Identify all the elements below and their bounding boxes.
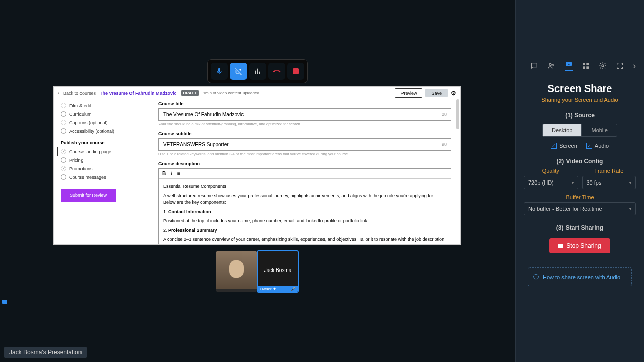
participant-tile-active[interactable]: Jack Bosma Owner ★ 🎤 — [258, 251, 298, 292]
sidebar-item[interactable]: Pricing — [61, 156, 142, 164]
record-button[interactable] — [287, 63, 304, 80]
sidebar-item[interactable]: ✓Promotions — [61, 164, 142, 173]
svg-rect-7 — [586, 63, 589, 65]
mic-button[interactable] — [211, 63, 228, 80]
source-segment: Desktop Mobile — [524, 124, 636, 137]
video-feed — [216, 251, 257, 289]
italic-button[interactable]: I — [171, 171, 172, 176]
people-icon[interactable] — [547, 62, 555, 70]
sidebar-heading: Publish your course — [61, 140, 142, 145]
fullscreen-icon[interactable] — [616, 62, 624, 70]
char-count: 28 — [442, 112, 447, 117]
participant-name: Jack Bosma — [258, 267, 298, 273]
howto-link[interactable]: ⓘ How to share screen with Audio — [528, 267, 632, 286]
stop-icon — [558, 244, 563, 248]
title-help: Your title should be a mix of attention-… — [158, 122, 451, 126]
scrollbar[interactable] — [456, 99, 459, 129]
subtitle-label: Course subtitle — [158, 131, 451, 136]
video-feed: Jack Bosma — [258, 251, 298, 286]
chat-icon[interactable] — [530, 62, 538, 70]
back-link[interactable]: Back to courses — [63, 90, 96, 96]
framerate-select[interactable]: 30 fps▾ — [582, 176, 636, 189]
quality-select[interactable]: 720p (HD)▾ — [524, 176, 578, 189]
share-checks: ✓Screen ✓Audio — [524, 143, 636, 149]
poll-button[interactable] — [249, 63, 266, 80]
side-panel: › Screen Share Sharing your Screen and A… — [515, 0, 644, 362]
framerate-label: Frame Rate — [582, 168, 636, 174]
list-ul-icon[interactable]: ≣ — [185, 171, 189, 176]
start-label: (3) Start Sharing — [524, 224, 636, 231]
char-count: 98 — [442, 142, 447, 147]
chevron-down-icon: ▾ — [572, 180, 574, 185]
share-icon[interactable] — [565, 60, 573, 71]
svg-rect-0 — [255, 71, 256, 74]
audio-checkbox[interactable]: ✓Audio — [586, 143, 609, 149]
video-off-button[interactable] — [230, 63, 247, 80]
title-input[interactable]: The Vresume Of Fahrudin Madzovic 28 — [158, 108, 451, 121]
course-title: The Vresume Of Fahrudin Madzovic — [100, 90, 177, 96]
title-label: Course title — [158, 101, 451, 106]
svg-rect-6 — [583, 63, 585, 65]
course-sidebar: Film & edit Curriculum Captions (optiona… — [54, 99, 149, 244]
course-form: Course title The Vresume Of Fahrudin Mad… — [149, 99, 460, 244]
chevron-down-icon: ▾ — [629, 207, 631, 211]
desc-label: Course description — [158, 161, 451, 166]
sidebar-item[interactable]: Film & edit — [61, 101, 142, 110]
panel-title: Screen Share — [524, 83, 636, 95]
owner-badge: Owner ★ 🎤 — [258, 286, 298, 292]
videocfg-label: (2) Video Config — [524, 158, 636, 165]
draft-badge: DRAFT — [181, 90, 199, 96]
mic-muted-icon: 🎤 — [291, 287, 296, 291]
buffer-select[interactable]: No buffer - Better for Realtime▾ — [524, 202, 636, 215]
svg-rect-2 — [259, 72, 260, 74]
submit-review-button[interactable]: Submit for Review — [61, 189, 116, 202]
sidebar-item[interactable]: Course messages — [61, 173, 142, 182]
hangup-button[interactable] — [268, 63, 285, 80]
sidebar-item[interactable]: Accessibility (optional) — [61, 127, 142, 135]
info-icon: ⓘ — [533, 273, 539, 281]
svg-rect-8 — [583, 66, 585, 69]
settings-icon[interactable] — [599, 62, 607, 70]
indicator-icon — [2, 300, 7, 304]
rte-content[interactable]: Essential Resume Components A well-struc… — [159, 179, 451, 244]
participant-tile[interactable]: ⚙ — [216, 251, 257, 292]
chevron-down-icon: ▾ — [629, 180, 631, 185]
sidebar-item[interactable]: Captions (optional) — [61, 118, 142, 127]
screen-checkbox[interactable]: ✓Screen — [551, 143, 577, 149]
presentation-label: Jack Bosma's Presentation — [4, 347, 87, 358]
bold-button[interactable]: B — [162, 171, 166, 176]
svg-rect-9 — [586, 66, 589, 69]
main-stage: ‹ Back to courses The Vresume Of Fahrudi… — [0, 0, 515, 362]
call-toolbar — [207, 59, 308, 83]
panel-subtitle: Sharing your Screen and Audio — [524, 97, 636, 103]
mobile-toggle[interactable]: Mobile — [582, 124, 617, 137]
save-button[interactable]: Save — [425, 89, 448, 97]
subtitle-input[interactable]: VETERANSWERS Supporter 98 — [158, 138, 451, 151]
upload-status: 1min of video content uploaded — [203, 90, 259, 95]
chevron-left-icon: ‹ — [58, 90, 59, 96]
buffer-label: Buffer Time — [524, 194, 636, 200]
gear-icon[interactable]: ⚙ — [451, 89, 456, 97]
svg-point-10 — [602, 65, 604, 67]
quality-label: Quality — [524, 168, 578, 174]
svg-point-4 — [552, 64, 553, 66]
list-ol-icon[interactable]: ≡ — [177, 171, 180, 176]
course-header: ‹ Back to courses The Vresume Of Fahrudi… — [54, 87, 460, 99]
panel-tabs: › — [530, 60, 636, 71]
svg-rect-1 — [257, 69, 258, 74]
rte-toolbar: B I ≡ ≣ — [159, 169, 451, 179]
subtitle-help: Use 1 or 2 related keywords, and mention… — [158, 152, 451, 156]
svg-point-3 — [549, 63, 551, 65]
source-label: (1) Source — [524, 112, 636, 119]
preview-button[interactable]: Preview — [395, 88, 422, 98]
rich-text-editor[interactable]: B I ≡ ≣ Essential Resume Components A we… — [158, 168, 451, 244]
sidebar-item-landing[interactable]: ✓Course landing page — [57, 147, 142, 156]
participant-strip: ⚙ Jack Bosma Owner ★ 🎤 — [216, 251, 298, 292]
desktop-toggle[interactable]: Desktop — [542, 124, 582, 137]
sidebar-item[interactable]: Curriculum — [61, 110, 142, 118]
chevron-right-icon[interactable]: › — [633, 61, 636, 71]
grid-icon[interactable] — [582, 62, 590, 70]
shared-screen: ‹ Back to courses The Vresume Of Fahrudi… — [53, 86, 461, 245]
stop-sharing-button[interactable]: Stop Sharing — [549, 238, 610, 253]
